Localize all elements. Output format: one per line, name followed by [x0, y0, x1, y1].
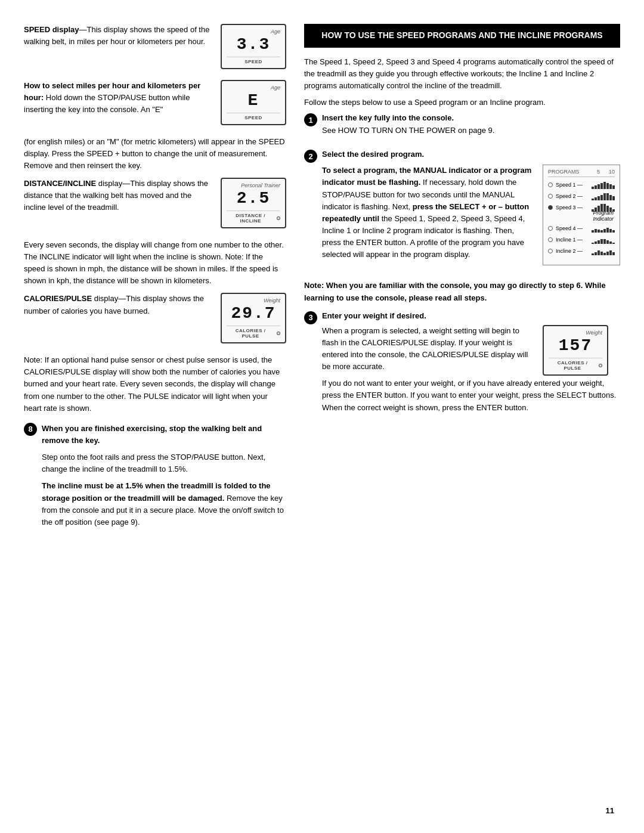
miles-label-top: Age [227, 85, 280, 91]
step3-display: Weight 157 CALORIES / PULSE [543, 325, 620, 378]
calories-lcd: 29.7 [227, 305, 280, 323]
step1-number: 1 [304, 113, 317, 126]
right-intro2: Follow the steps below to use a Speed pr… [304, 97, 620, 109]
distance-label-top: Personal Trainer [227, 182, 280, 188]
step1-text: See HOW TO TURN ON THE POWER on page 9. [322, 125, 620, 137]
panel-header: PROGRAMS 5 10 [548, 169, 615, 177]
weight-label-bottom: CALORIES / PULSE [549, 358, 602, 371]
step8-content: When you are finished exercising, stop t… [42, 423, 286, 533]
main-heading: HOW TO USE THE SPEED PROGRAMS AND THE IN… [304, 24, 620, 48]
miles-display-box: Age E SPEED [221, 80, 286, 125]
prog-bars-speed1 [592, 181, 615, 189]
prog-label-speed3: Speed 3 — [556, 205, 589, 210]
page-layout: SPEED display—This display shows the spe… [0, 0, 644, 833]
step3-number: 3 [304, 311, 317, 324]
prog-bars-incline1 [592, 236, 615, 244]
calories-section: CALORIES/PULSE display—This display show… [24, 293, 286, 414]
prog-label-incline2: Incline 2 — [556, 248, 589, 254]
miles-section: How to select miles per hour and kilomet… [24, 80, 286, 172]
prog-label-incline1: Incline 1 — [556, 237, 589, 243]
miles-lcd: E [227, 92, 280, 110]
calories-heading: CALORIES/PULSE [24, 294, 92, 303]
speed-lcd: 3.3 [227, 36, 280, 54]
calories-label-top: Weight [227, 298, 280, 304]
step2-content: Select the desired program. To select a … [322, 150, 620, 271]
speed-display-section: SPEED display—This display shows the spe… [24, 24, 286, 69]
prog-label-speed1: Speed 1 — [556, 182, 589, 188]
calories-display-box: Weight 29.7 CALORIES / PULSE [221, 293, 286, 343]
weight-dot [599, 364, 602, 367]
distance-dot [277, 216, 280, 220]
prog-label-speed2: Speed 2 — [556, 193, 589, 199]
step1-title: Insert the key fully into the console. [322, 113, 620, 122]
program-section: To select a program, the MANUAL indicato… [322, 165, 620, 265]
step2-title: Select the desired program. [322, 150, 620, 159]
prog-item-speed1: Speed 1 — [548, 181, 615, 189]
distance-para2: Every seven seconds, the display will ch… [24, 239, 286, 287]
step3: 3 Enter your weight if desired. When a p… [304, 311, 620, 419]
distance-label-bottom: DISTANCE / INCLINE [227, 210, 280, 224]
prog-item-speed4: Speed 4 — [548, 224, 615, 233]
distance-display-box: Personal Trainer 2.5 DISTANCE / INCLINE [221, 178, 286, 228]
step8-number: 8 [24, 423, 37, 436]
step3-text2: If you do not want to enter your weight,… [322, 377, 620, 413]
weight-lcd: 157 [549, 337, 602, 355]
step8-section: 8 When you are finished exercising, stop… [24, 423, 286, 533]
note-bold: Note: When you are familiar with the con… [304, 280, 620, 304]
speed-display-box: Age 3.3 SPEED [221, 24, 286, 69]
speed-label-bottom: SPEED [227, 57, 280, 64]
speed-display-text: SPEED display—This display shows the spe… [24, 24, 211, 52]
distance-lcd: 2.5 [227, 190, 280, 208]
step1-content: Insert the key fully into the console. S… [322, 113, 620, 141]
step8-title: When you are finished exercising, stop t… [42, 424, 262, 445]
prog-radio-incline1 [548, 237, 553, 242]
panel-header-nums: 5 10 [597, 169, 615, 175]
miles-label-bottom: SPEED [227, 113, 280, 120]
prog-radio-speed4 [548, 226, 553, 231]
calories-note: Note: If an optional hand pulse sensor o… [24, 354, 286, 414]
miles-text1: Hold down the STOP/PAUSE button while in… [24, 93, 190, 114]
miles-text2: (for english miles) or an "M" (for metri… [24, 136, 286, 172]
step3-title: Enter your weight if desired. [322, 311, 620, 320]
prog-item-incline1: Incline 1 — [548, 236, 615, 244]
prog-bars-speed2 [592, 192, 615, 200]
step8-para1: Step onto the foot rails and press the S… [42, 451, 286, 475]
step3-text1: When a program is selected, a weight set… [322, 325, 534, 373]
right-column: HOW TO USE THE SPEED PROGRAMS AND THE IN… [304, 24, 620, 809]
step2-number: 2 [304, 150, 317, 163]
prog-bars-incline2 [592, 247, 615, 255]
step1: 1 Insert the key fully into the console.… [304, 113, 620, 141]
prog-radio-speed3 [548, 205, 553, 210]
program-panel: PROGRAMS 5 10 Speed 1 — [543, 165, 620, 265]
prog-item-speed2: Speed 2 — [548, 192, 615, 200]
calories-dot [277, 332, 280, 335]
prog-radio-speed1 [548, 182, 553, 187]
distance-heading: DISTANCE/INCLINE [24, 179, 96, 188]
page-number: 11 [606, 806, 614, 815]
step2: 2 Select the desired program. To select … [304, 150, 620, 271]
calories-label-bottom: CALORIES / PULSE [227, 326, 280, 339]
prog-radio-speed2 [548, 194, 553, 199]
program-indicator-label: ProgramIndicator [548, 210, 615, 222]
speed-display-title: SPEED display [24, 25, 79, 34]
weight-label-top: Weight [549, 330, 602, 336]
weight-section: When a program is selected, a weight set… [322, 325, 620, 378]
right-intro1: The Speed 1, Speed 2, Speed 3 and Speed … [304, 56, 620, 92]
step3-content: Enter your weight if desired. When a pro… [322, 311, 620, 419]
prog-item-incline2: Incline 2 — [548, 247, 615, 255]
prog-bars-speed4 [592, 224, 615, 233]
distance-section: DISTANCE/INCLINE display—This display sh… [24, 178, 286, 287]
panel-header-left: PROGRAMS [548, 169, 580, 175]
left-column: SPEED display—This display shows the spe… [24, 24, 286, 809]
speed-label-top: Age [227, 29, 280, 35]
prog-label-speed4: Speed 4 — [556, 225, 589, 231]
prog-radio-incline2 [548, 249, 553, 253]
weight-display-box: Weight 157 CALORIES / PULSE [543, 325, 608, 376]
